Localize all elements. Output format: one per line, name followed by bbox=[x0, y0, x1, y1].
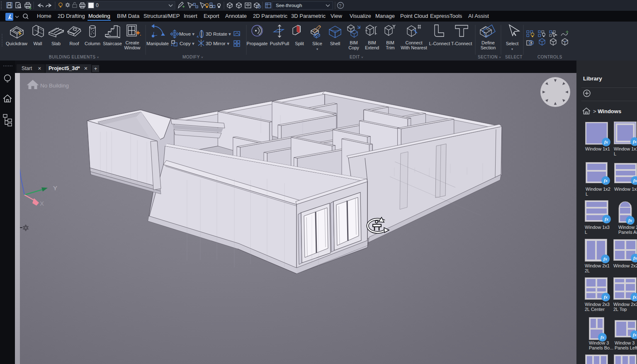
svg-text:No Building: No Building bbox=[40, 83, 69, 89]
svg-text:0: 0 bbox=[96, 2, 99, 8]
svg-text:X: X bbox=[40, 200, 44, 207]
svg-text:See-through: See-through bbox=[276, 3, 302, 8]
svg-text:?: ? bbox=[339, 3, 341, 8]
svg-text:Y: Y bbox=[53, 184, 57, 192]
